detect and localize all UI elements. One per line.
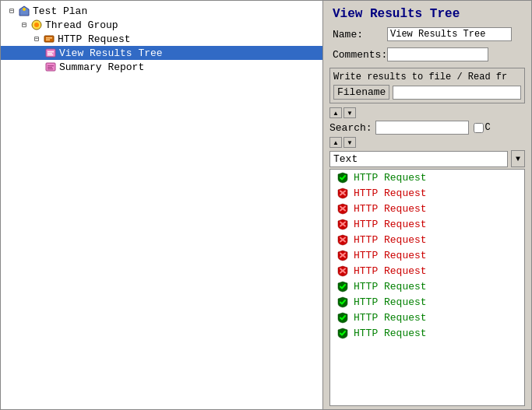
scroll-arrows-2: ▲ ▼	[323, 136, 531, 149]
svg-rect-13	[48, 67, 52, 68]
result-label: HTTP Request	[354, 234, 427, 246]
tree-panel: ⊟ Test Plan ⊟ Thread Group ⊟	[0, 0, 323, 410]
failure-icon	[336, 202, 349, 215]
right-panel: View Results Tree Name: Comments: Write …	[323, 0, 532, 410]
scroll-up-btn[interactable]: ▲	[329, 107, 342, 118]
svg-rect-4	[44, 36, 54, 42]
failure-icon	[336, 233, 349, 246]
result-item[interactable]: HTTP Request	[330, 201, 524, 216]
expand-icon-test-plan[interactable]: ⊟	[7, 6, 16, 16]
svg-point-3	[34, 23, 39, 27]
result-item[interactable]: HTTP Request	[330, 263, 524, 279]
test-plan-label: Test Plan	[33, 5, 87, 17]
file-row: Filename	[333, 85, 521, 100]
result-label: HTTP Request	[354, 250, 427, 261]
tree-item-http-request[interactable]: ⊟ HTTP Request	[1, 32, 322, 46]
svg-point-1	[23, 8, 26, 11]
search-check-label: C	[485, 122, 491, 133]
view-type-select[interactable]: Text RegExp Tester CSS/JQuery Tester XPa…	[329, 151, 508, 167]
svg-rect-9	[48, 53, 52, 54]
svg-rect-10	[48, 54, 53, 55]
success-icon	[336, 327, 349, 339]
scroll-arrows-1: ▲ ▼	[323, 107, 531, 119]
name-input[interactable]	[387, 27, 512, 41]
result-item[interactable]: HTTP Request	[330, 247, 524, 263]
search-checkbox[interactable]	[474, 123, 484, 133]
comments-row: Comments:	[323, 44, 531, 65]
summary-report-icon	[44, 61, 57, 73]
result-label: HTTP Request	[354, 328, 427, 339]
expand-icon-thread-group[interactable]: ⊟	[19, 20, 29, 30]
result-item[interactable]: HTTP Request	[330, 185, 524, 201]
result-item[interactable]: HTTP Request	[330, 216, 524, 232]
success-icon	[336, 171, 349, 184]
result-label: HTTP Request	[354, 296, 427, 308]
tree-item-test-plan[interactable]: ⊟ Test Plan	[1, 4, 322, 18]
tree-item-thread-group[interactable]: ⊟ Thread Group	[1, 18, 322, 32]
file-section: Write results to file / Read fr Filename	[329, 68, 525, 103]
failure-icon	[336, 265, 349, 277]
svg-rect-6	[46, 40, 50, 41]
result-item[interactable]: HTTP Request	[330, 294, 524, 310]
result-item[interactable]: HTTP Request	[330, 170, 524, 185]
expand-icon-http-request[interactable]: ⊟	[32, 34, 41, 44]
success-icon	[336, 280, 349, 293]
results-list[interactable]: HTTP Request HTTP Request HTTP Request H…	[329, 169, 525, 406]
tree-item-view-results-tree[interactable]: View Results Tree	[1, 46, 322, 60]
view-results-icon	[44, 47, 57, 59]
scroll-up-btn-2[interactable]: ▲	[329, 137, 342, 148]
scroll-down-btn[interactable]: ▼	[344, 107, 356, 118]
comments-label: Comments:	[333, 49, 387, 61]
search-row: Search: C	[323, 119, 531, 136]
result-label: HTTP Request	[354, 281, 427, 293]
thread-group-label: Thread Group	[45, 19, 118, 31]
dropdown-arrow-icon[interactable]: ▼	[511, 150, 525, 167]
comments-input[interactable]	[387, 47, 488, 61]
result-label: HTTP Request	[354, 312, 427, 324]
panel-title: View Results Tree	[323, 1, 531, 24]
filename-input[interactable]	[393, 86, 521, 100]
result-label: HTTP Request	[354, 187, 427, 199]
name-label: Name:	[333, 29, 387, 40]
failure-icon	[336, 187, 349, 199]
failure-icon	[336, 249, 349, 261]
summary-report-label: Summary Report	[59, 61, 144, 73]
failure-icon	[336, 218, 349, 230]
test-plan-icon	[18, 5, 30, 17]
scroll-down-btn-2[interactable]: ▼	[344, 137, 356, 148]
result-item[interactable]: HTTP Request	[330, 310, 524, 325]
result-item[interactable]: HTTP Request	[330, 279, 524, 294]
svg-rect-5	[46, 37, 52, 39]
result-item[interactable]: HTTP Request	[330, 325, 524, 341]
tree-item-summary-report[interactable]: Summary Report	[1, 60, 322, 74]
file-section-title: Write results to file / Read fr	[333, 72, 521, 82]
search-label: Search:	[329, 122, 372, 134]
result-label: HTTP Request	[354, 265, 427, 277]
http-request-label: HTTP Request	[58, 33, 131, 45]
success-icon	[336, 311, 349, 324]
result-label: HTTP Request	[354, 203, 427, 215]
filename-label: Filename	[333, 85, 389, 100]
result-label: HTTP Request	[354, 219, 427, 230]
svg-rect-14	[48, 68, 53, 69]
svg-rect-8	[48, 51, 54, 52]
search-input[interactable]	[375, 121, 469, 135]
name-row: Name:	[323, 24, 531, 44]
thread-group-icon	[30, 19, 43, 31]
http-request-icon	[43, 33, 55, 45]
view-results-tree-label: View Results Tree	[59, 47, 163, 59]
success-icon	[336, 296, 349, 308]
result-item[interactable]: HTTP Request	[330, 232, 524, 247]
result-label: HTTP Request	[354, 172, 427, 184]
dropdown-row: Text RegExp Tester CSS/JQuery Tester XPa…	[323, 149, 531, 169]
svg-rect-12	[48, 65, 54, 66]
